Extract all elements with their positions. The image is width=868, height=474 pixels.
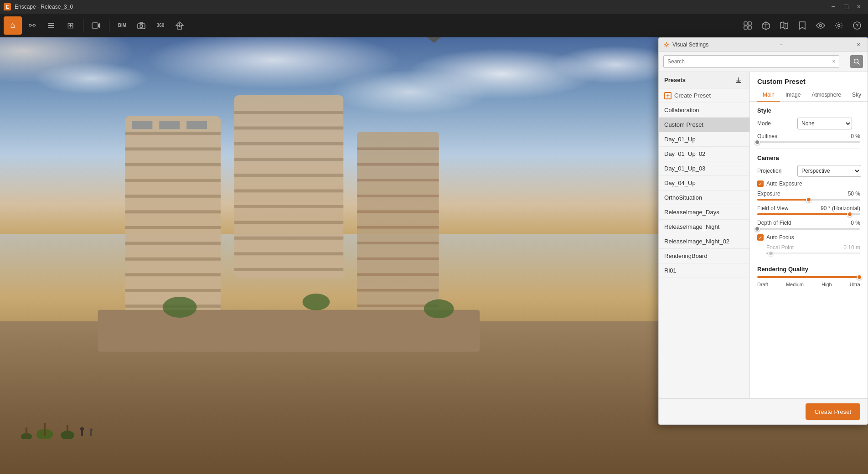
home-button[interactable]: ⌂ [4,16,22,35]
minimize-button[interactable]: − [828,1,839,12]
outlines-slider-track[interactable] [757,141,860,143]
create-preset-footer-button[interactable]: Create Preset [806,403,860,420]
preset-item-release-days[interactable]: ReleaseImage_Days [659,205,749,220]
create-preset-item[interactable]: + Create Preset [659,88,749,103]
fov-row: Field of View 90 ° (Horizontal) [757,205,860,215]
search-button[interactable] [850,55,863,68]
quality-slider-track[interactable] [757,276,860,278]
svg-rect-64 [98,310,480,352]
svg-rect-33 [125,258,221,261]
auto-exposure-checkbox[interactable]: ✓ [757,180,764,187]
tab-atmosphere[interactable]: Atmosphere [806,89,847,102]
svg-rect-39 [186,121,207,129]
preset-item-day04up[interactable]: Day_04_Up [659,176,749,191]
bookmark-button[interactable] [795,18,810,33]
panel-title: Visual Settings [672,41,708,48]
tab-sky[interactable]: Sky [847,89,867,102]
outlines-label-row: Outlines 0 % [757,133,860,139]
preset-item-ri01[interactable]: Ri01 [659,263,749,278]
dof-slider-track[interactable] [757,228,860,230]
search-input[interactable] [663,55,839,68]
quality-labels: Draft Medium High Ultra [757,282,860,287]
svg-marker-4 [98,23,100,28]
library-button[interactable] [740,18,755,33]
svg-rect-35 [125,289,221,292]
svg-rect-57 [357,210,439,213]
bim-button[interactable]: BIM [113,16,131,35]
outlines-label: Outlines [757,133,851,139]
preset-item-release-night[interactable]: ReleaseImage_Night [659,220,749,234]
help-button[interactable]: ? [850,18,864,33]
tab-image[interactable]: Image [780,89,806,102]
mode-select[interactable]: None Sketch Realistic [797,118,852,129]
preset-item-day01up02[interactable]: Day_01_Up_02 [659,147,749,161]
svg-rect-71 [44,423,46,436]
link-button[interactable]: ⚯ [23,16,41,35]
exposure-slider-track[interactable] [757,199,860,201]
presets-download-button[interactable] [733,75,744,86]
preset-item-custom[interactable]: Custom Preset [659,118,749,132]
preset-item-rendering-board[interactable]: RenderingBoard [659,249,749,263]
projection-select[interactable]: Perspective Orthographic Two-Point Persp… [797,165,861,177]
tab-main[interactable]: Main [757,89,780,102]
fov-value: 90 ° (Horizontal) [821,205,860,211]
dof-row: Depth of Field 0 % [757,220,860,230]
search-clear-button[interactable]: × [829,57,838,66]
focal-point-value: 0.10 m [843,244,860,251]
layers-button[interactable] [42,16,60,35]
preset-item-release-night02[interactable]: ReleaseImage_Night_02 [659,234,749,249]
svg-point-77 [90,428,93,431]
viewport-chevron[interactable] [427,37,441,43]
grid-button[interactable]: ⊞ [61,16,79,35]
svg-rect-10 [744,22,747,25]
preset-item-collaboration[interactable]: Collaboration [659,103,749,118]
svg-rect-55 [357,179,439,181]
capture-button[interactable] [132,16,150,35]
eye-button[interactable] [813,18,828,33]
svg-rect-69 [26,428,27,438]
svg-line-80 [858,63,860,65]
panel-minimize-button[interactable]: − [777,40,786,49]
settings-button[interactable] [832,18,846,33]
svg-rect-38 [160,121,180,129]
toolbar: ⌂ ⚯ ⊞ BIM [0,14,868,37]
maximize-button[interactable]: □ [841,1,852,12]
cube-button[interactable] [759,18,773,33]
map-button[interactable] [777,18,791,33]
video-button[interactable] [87,16,105,35]
auto-focus-checkmark: ✓ [759,235,762,240]
preset-item-day01up03[interactable]: Day_01_Up_03 [659,161,749,176]
panel-body: Presets + Create Preset Collabor [659,72,868,398]
svg-rect-74 [81,430,83,436]
title-bar-left: E Enscape - Release_3_0 [4,3,73,10]
vr-button[interactable]: 360 [151,16,170,35]
fov-slider-track[interactable] [757,213,860,215]
svg-rect-56 [357,195,439,197]
svg-rect-41 [234,111,343,114]
svg-rect-34 [125,273,221,276]
svg-rect-7 [140,22,143,24]
auto-focus-checkbox[interactable]: ✓ [757,234,764,241]
close-button[interactable]: × [853,1,864,12]
toolbar-right: ? [740,18,864,33]
quality-draft: Draft [757,282,768,287]
settings-body: Style Mode None Sketch Realistic Outline… [750,102,868,398]
focal-point-row: Focal Point 0.10 m [757,244,860,254]
export-button[interactable] [170,16,189,35]
presets-section: Presets + Create Preset Collabor [659,72,750,398]
search-bar: × [659,52,868,72]
tab-output[interactable]: Output [867,89,868,102]
svg-rect-31 [125,226,221,229]
auto-exposure-label: Auto Exposure [766,180,802,187]
buildings-svg [43,90,521,352]
quality-ultra: Ultra [850,282,860,287]
settings-header: Custom Preset Main Image Atmosphere Sky … [750,72,868,102]
panel-titlebar: Visual Settings − × [659,38,868,52]
panel-close-button[interactable]: × [854,40,863,49]
focal-point-label-row: Focal Point 0.10 m [766,244,860,251]
svg-rect-37 [132,121,153,129]
preset-item-day01up[interactable]: Day_01_Up [659,132,749,147]
svg-rect-44 [234,158,343,161]
preset-item-ortho[interactable]: OrthoSituation [659,191,749,205]
exposure-value: 50 % [848,191,860,197]
